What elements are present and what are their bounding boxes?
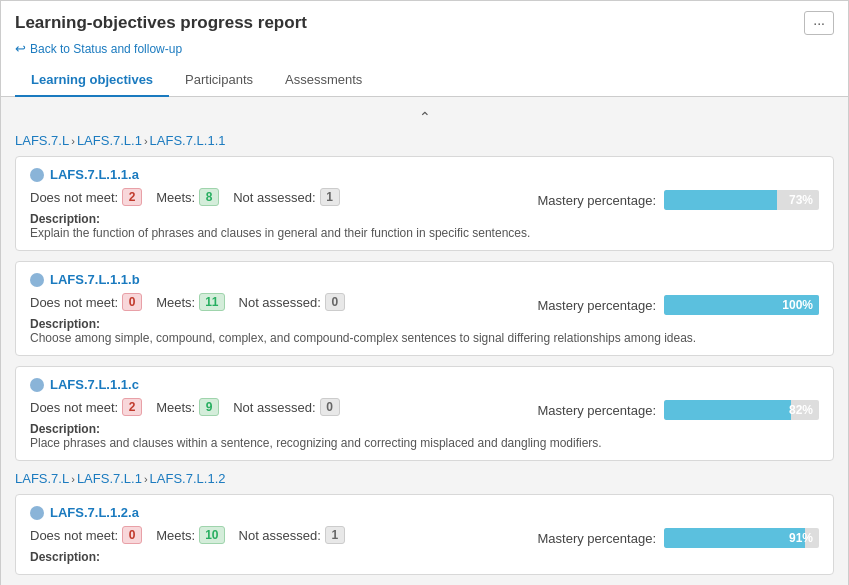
breadcrumb-link-1-1[interactable]: LAFS.7.L.1 — [77, 133, 142, 148]
mastery-bar-fill-1c — [664, 400, 791, 420]
description-row-1b: Description: Choose among simple, compou… — [30, 317, 819, 345]
does-not-meet-label-1c: Does not meet: — [30, 400, 118, 415]
breadcrumb-link-2-1[interactable]: LAFS.7.L.1 — [77, 471, 142, 486]
does-not-meet-val-1a: 2 — [122, 188, 142, 206]
desc-label-2a: Description: — [30, 550, 100, 564]
breadcrumb-sep-1-0: › — [71, 135, 75, 147]
not-assessed-label-1b: Not assessed: — [239, 295, 321, 310]
desc-text-1a: Explain the function of phrases and clau… — [30, 226, 530, 240]
meets-label-1c: Meets: — [156, 400, 195, 415]
tab-learning-objectives[interactable]: Learning objectives — [15, 64, 169, 97]
stat-does-not-meet-1a: Does not meet: 2 — [30, 188, 142, 206]
objective-title-row-2a: LAFS.7.L.1.2.a — [30, 505, 819, 520]
breadcrumb-sep-1-1: › — [144, 135, 148, 147]
back-arrow-icon: ↩ — [15, 41, 26, 56]
stats-and-mastery-2a: Does not meet: 0 Meets: 10 Not assessed:… — [30, 526, 819, 550]
stats-row-1c: Does not meet: 2 Meets: 9 Not assessed: … — [30, 398, 354, 416]
objective-icon-2a — [30, 506, 44, 520]
breadcrumb-row-2: LAFS.7.L › LAFS.7.L.1 › LAFS.7.L.1.2 — [15, 471, 834, 486]
mastery-bar-1a: 73% — [664, 190, 819, 210]
meets-val-1c: 9 — [199, 398, 219, 416]
does-not-meet-val-1b: 0 — [122, 293, 142, 311]
tab-assessments[interactable]: Assessments — [269, 64, 378, 97]
objective-title-1a[interactable]: LAFS.7.L.1.1.a — [50, 167, 139, 182]
desc-label-1a: Description: — [30, 212, 100, 226]
breadcrumb-link-1-0[interactable]: LAFS.7.L — [15, 133, 69, 148]
objective-card-2a: LAFS.7.L.1.2.a Does not meet: 0 Meets: 1… — [15, 494, 834, 575]
objective-icon-1c — [30, 378, 44, 392]
mastery-label-1a: Mastery percentage: — [537, 193, 656, 208]
meets-val-1a: 8 — [199, 188, 219, 206]
back-link[interactable]: ↩ Back to Status and follow-up — [1, 39, 848, 64]
collapse-button-1[interactable]: ⌃ — [413, 107, 437, 127]
objective-card-1c: LAFS.7.L.1.1.c Does not meet: 2 Meets: 9 — [15, 366, 834, 461]
section-1-header: ⌃ — [15, 107, 834, 127]
mastery-section-1a: Mastery percentage: 73% — [537, 190, 819, 210]
mastery-pct-text-1c: 82% — [789, 403, 813, 417]
mastery-section-1b: Mastery percentage: 100% — [537, 295, 819, 315]
desc-text-1b: Choose among simple, compound, complex, … — [30, 331, 696, 345]
breadcrumb-link-2-0[interactable]: LAFS.7.L — [15, 471, 69, 486]
not-assessed-val-1c: 0 — [320, 398, 340, 416]
mastery-bar-1b: 100% — [664, 295, 819, 315]
stat-does-not-meet-2a: Does not meet: 0 — [30, 526, 142, 544]
mastery-pct-text-2a: 91% — [789, 531, 813, 545]
stat-not-assessed-1a: Not assessed: 1 — [233, 188, 339, 206]
objective-title-2a[interactable]: LAFS.7.L.1.2.a — [50, 505, 139, 520]
stat-does-not-meet-1c: Does not meet: 2 — [30, 398, 142, 416]
stats-row-1b: Does not meet: 0 Meets: 11 Not assessed:… — [30, 293, 359, 311]
not-assessed-label-2a: Not assessed: — [239, 528, 321, 543]
stat-does-not-meet-1b: Does not meet: 0 — [30, 293, 142, 311]
breadcrumb-sep-2-1: › — [144, 473, 148, 485]
stat-not-assessed-1b: Not assessed: 0 — [239, 293, 345, 311]
back-link-label: Back to Status and follow-up — [30, 42, 182, 56]
objective-card-1b: LAFS.7.L.1.1.b Does not meet: 0 Meets: 1… — [15, 261, 834, 356]
does-not-meet-label-1a: Does not meet: — [30, 190, 118, 205]
stat-meets-1b: Meets: 11 — [156, 293, 224, 311]
section-2: LAFS.7.L › LAFS.7.L.1 › LAFS.7.L.1.2 LAF… — [15, 471, 834, 575]
meets-label-2a: Meets: — [156, 528, 195, 543]
does-not-meet-val-2a: 0 — [122, 526, 142, 544]
stats-row-1a: Does not meet: 2 Meets: 8 Not assessed: … — [30, 188, 354, 206]
meets-val-2a: 10 — [199, 526, 224, 544]
objective-title-1c[interactable]: LAFS.7.L.1.1.c — [50, 377, 139, 392]
objective-icon-1b — [30, 273, 44, 287]
mastery-bar-fill-1a — [664, 190, 777, 210]
main-content: ⌃ LAFS.7.L › LAFS.7.L.1 › LAFS.7.L.1.1 L… — [1, 97, 848, 585]
objective-title-row-1b: LAFS.7.L.1.1.b — [30, 272, 819, 287]
breadcrumb-sep-2-0: › — [71, 473, 75, 485]
not-assessed-label-1a: Not assessed: — [233, 190, 315, 205]
mastery-pct-text-1b: 100% — [782, 298, 813, 312]
more-button[interactable]: ··· — [804, 11, 834, 35]
page-header: Learning-objectives progress report ··· — [1, 1, 848, 39]
description-row-1a: Description: Explain the function of phr… — [30, 212, 819, 240]
mastery-section-1c: Mastery percentage: 82% — [537, 400, 819, 420]
section-1: ⌃ LAFS.7.L › LAFS.7.L.1 › LAFS.7.L.1.1 L… — [15, 107, 834, 461]
meets-val-1b: 11 — [199, 293, 224, 311]
mastery-label-1b: Mastery percentage: — [537, 298, 656, 313]
not-assessed-val-1a: 1 — [320, 188, 340, 206]
stats-and-mastery-1b: Does not meet: 0 Meets: 11 Not assessed:… — [30, 293, 819, 317]
does-not-meet-label-2a: Does not meet: — [30, 528, 118, 543]
objective-title-1b[interactable]: LAFS.7.L.1.1.b — [50, 272, 140, 287]
not-assessed-val-2a: 1 — [325, 526, 345, 544]
meets-label-1a: Meets: — [156, 190, 195, 205]
stat-meets-1c: Meets: 9 — [156, 398, 219, 416]
breadcrumb-row-1: LAFS.7.L › LAFS.7.L.1 › LAFS.7.L.1.1 — [15, 133, 834, 148]
objective-title-row-1c: LAFS.7.L.1.1.c — [30, 377, 819, 392]
objective-card-1a: LAFS.7.L.1.1.a Does not meet: 2 Meets: 8 — [15, 156, 834, 251]
mastery-bar-2a: 91% — [664, 528, 819, 548]
mastery-bar-fill-2a — [664, 528, 805, 548]
page-container: Learning-objectives progress report ··· … — [0, 0, 849, 585]
mastery-label-1c: Mastery percentage: — [537, 403, 656, 418]
mastery-label-2a: Mastery percentage: — [537, 531, 656, 546]
mastery-section-2a: Mastery percentage: 91% — [537, 528, 819, 548]
stat-not-assessed-1c: Not assessed: 0 — [233, 398, 339, 416]
stats-row-2a: Does not meet: 0 Meets: 10 Not assessed:… — [30, 526, 359, 544]
desc-label-1c: Description: — [30, 422, 100, 436]
tab-participants[interactable]: Participants — [169, 64, 269, 97]
not-assessed-val-1b: 0 — [325, 293, 345, 311]
does-not-meet-label-1b: Does not meet: — [30, 295, 118, 310]
tabs-bar: Learning objectives Participants Assessm… — [1, 64, 848, 97]
breadcrumb-current-1: LAFS.7.L.1.1 — [150, 133, 226, 148]
